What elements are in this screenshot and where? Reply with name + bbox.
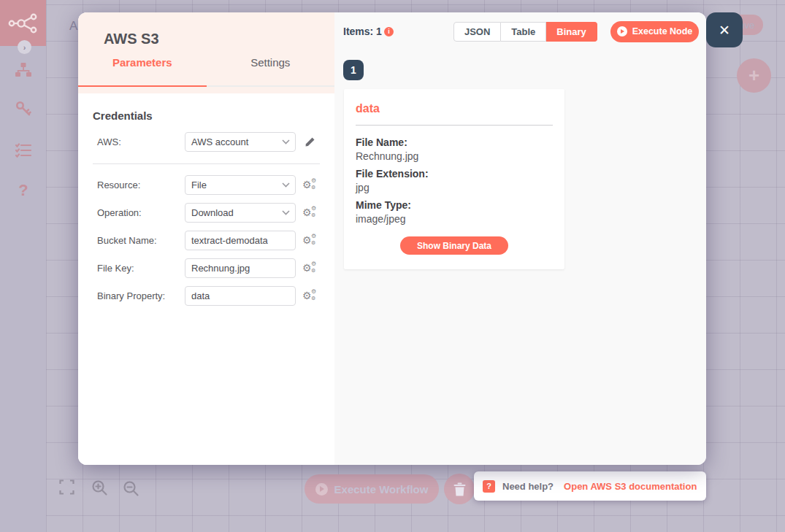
binary-property-value: data <box>191 290 210 301</box>
zoom-to-fit-button[interactable] <box>58 478 75 496</box>
bucket-name-options-button[interactable]: ⚙⚙⚙ <box>300 234 319 248</box>
tab-settings[interactable]: Settings <box>207 53 335 87</box>
cogs-icon: ⚙⚙⚙ <box>302 178 317 193</box>
view-button-table[interactable]: Table <box>501 22 546 42</box>
chevron-down-icon <box>282 139 290 144</box>
node-tabs: Parameters Settings <box>78 53 334 87</box>
close-icon: ✕ <box>719 22 730 39</box>
show-binary-data-button[interactable]: Show Binary Data <box>400 236 508 255</box>
output-view-toggle: JSON Table Binary <box>453 22 597 42</box>
output-header: Items: 1 i JSON Table Binary Execute Nod… <box>343 20 699 42</box>
delete-workflow-button[interactable] <box>444 474 475 504</box>
app-sidebar: › <box>0 0 46 532</box>
execute-node-label: Execute Node <box>632 26 693 36</box>
play-circle-icon <box>617 26 627 36</box>
binary-property-input[interactable]: data <box>185 286 296 306</box>
checklist-icon <box>15 142 32 159</box>
operation-value: Download <box>191 207 234 218</box>
resource-label: Resource: <box>93 180 185 190</box>
parameters-body: Credentials AWS: AWS account Resource <box>78 93 334 465</box>
output-panel: Items: 1 i JSON Table Binary Execute Nod… <box>334 12 706 465</box>
file-key-options-button[interactable]: ⚙⚙⚙ <box>300 261 319 276</box>
open-documentation-link[interactable]: Open AWS S3 documentation <box>564 481 697 492</box>
parameter-row-file-key: File Key: Rechnung.jpg ⚙⚙⚙ <box>93 258 320 278</box>
plus-icon: + <box>748 64 759 87</box>
aws-credential-label: AWS: <box>93 136 185 147</box>
operation-select[interactable]: Download <box>185 203 296 223</box>
bucket-name-value: textract-demodata <box>191 235 268 246</box>
file-extension-field-label: File Extension: <box>356 168 553 180</box>
sidebar-expand-chevron-icon[interactable]: › <box>18 40 31 54</box>
help-question-icon: ? <box>483 480 495 493</box>
view-button-json[interactable]: JSON <box>453 22 501 42</box>
operation-label: Operation: <box>93 207 185 218</box>
canvas-node-label-partial: A <box>69 19 77 34</box>
tab-parameters[interactable]: Parameters <box>78 53 207 87</box>
close-modal-button[interactable]: ✕ <box>706 12 743 47</box>
n8n-logo[interactable] <box>0 0 46 46</box>
bucket-name-input[interactable]: textract-demodata <box>185 231 296 250</box>
section-divider <box>93 163 320 164</box>
cogs-icon: ⚙⚙⚙ <box>302 289 317 304</box>
operation-options-button[interactable]: ⚙⚙⚙ <box>300 206 319 220</box>
add-node-button[interactable]: + <box>737 58 771 93</box>
credentials-heading: Credentials <box>93 109 320 122</box>
node-title: AWS S3 <box>78 12 334 47</box>
sidebar-item-credentials[interactable] <box>14 99 33 118</box>
edit-credential-button[interactable] <box>300 136 319 147</box>
binary-property-name: data <box>356 102 553 115</box>
node-settings-modal: AWS S3 Parameters Settings Credentials A… <box>78 12 706 465</box>
pencil-icon <box>305 136 315 147</box>
zoom-out-button[interactable] <box>122 479 139 497</box>
binary-data-card: data File Name: Rechnung.jpg File Extens… <box>344 89 564 269</box>
credential-row-aws: AWS: AWS account <box>93 132 320 152</box>
file-extension-field-value: jpg <box>356 182 553 193</box>
binary-property-label: Binary Property: <box>93 290 185 301</box>
file-name-field-value: Rechnung.jpg <box>356 150 553 162</box>
sidebar-item-executions[interactable] <box>14 141 33 160</box>
parameter-row-bucket-name: Bucket Name: textract-demodata ⚙⚙⚙ <box>93 231 320 250</box>
execute-node-button[interactable]: Execute Node <box>610 21 699 42</box>
n8n-logo-icon <box>8 13 39 34</box>
trash-icon <box>453 482 466 496</box>
zoom-in-icon <box>91 479 108 496</box>
card-divider <box>356 125 553 126</box>
execute-workflow-button[interactable]: Execute Workflow <box>305 474 439 504</box>
mime-type-field-label: Mime Type: <box>356 199 553 211</box>
workflow-sitemap-icon <box>15 61 32 79</box>
question-icon: ? <box>18 181 28 200</box>
zoom-in-button[interactable] <box>91 479 108 496</box>
help-toast-text: Need help? <box>502 481 554 492</box>
resource-value: File <box>191 180 207 190</box>
parameter-row-operation: Operation: Download ⚙⚙⚙ <box>93 203 320 223</box>
item-index-badge[interactable]: 1 <box>343 60 364 80</box>
sidebar-item-help[interactable]: ? <box>14 181 33 200</box>
file-key-input[interactable]: Rechnung.jpg <box>185 258 296 278</box>
resource-select[interactable]: File <box>185 175 296 195</box>
bucket-name-label: Bucket Name: <box>93 235 185 246</box>
sidebar-item-workflows[interactable] <box>14 61 33 80</box>
info-icon[interactable]: i <box>384 27 394 36</box>
help-toast: ? Need help? Open AWS S3 documentation <box>474 471 706 501</box>
binary-property-options-button[interactable]: ⚙⚙⚙ <box>300 289 319 304</box>
zoom-out-icon <box>123 480 139 497</box>
parameters-panel: AWS S3 Parameters Settings Credentials A… <box>78 12 334 465</box>
cogs-icon: ⚙⚙⚙ <box>302 261 317 276</box>
key-icon <box>15 100 32 117</box>
play-circle-icon <box>315 483 328 496</box>
fullscreen-icon <box>59 479 74 495</box>
file-key-label: File Key: <box>93 263 185 274</box>
mime-type-field-value: image/jpeg <box>356 213 553 225</box>
items-count-label: Items: 1 <box>343 26 382 37</box>
cogs-icon: ⚙⚙⚙ <box>302 234 317 248</box>
aws-credential-value: AWS account <box>191 136 248 147</box>
chevron-down-icon <box>282 182 290 188</box>
aws-credential-select[interactable]: AWS account <box>185 132 296 152</box>
view-button-binary[interactable]: Binary <box>546 22 597 42</box>
cogs-icon: ⚙⚙⚙ <box>302 206 317 220</box>
parameter-row-binary-property: Binary Property: data ⚙⚙⚙ <box>93 286 320 306</box>
resource-options-button[interactable]: ⚙⚙⚙ <box>300 178 319 193</box>
parameter-row-resource: Resource: File ⚙⚙⚙ <box>93 175 320 195</box>
execute-workflow-label: Execute Workflow <box>334 483 429 496</box>
file-name-field-label: File Name: <box>356 136 553 148</box>
